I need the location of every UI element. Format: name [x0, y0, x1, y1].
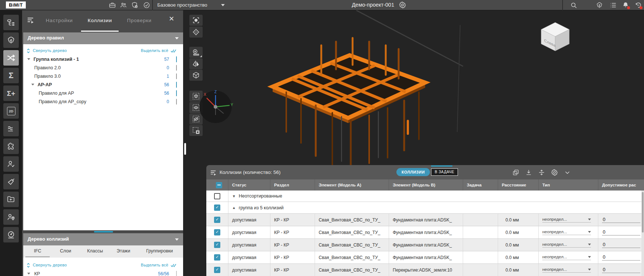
puzzle-icon[interactable]: [3, 139, 19, 154]
clear-selection-icon[interactable]: [189, 125, 203, 136]
history-icon[interactable]: 10: [634, 1, 642, 9]
collapse-tree-link[interactable]: Свернуть дерево: [33, 263, 67, 267]
type-dropdown[interactable]: неопредел...: [542, 217, 591, 223]
hierarchy-icon[interactable]: [3, 15, 19, 30]
rule-node[interactable]: Правило 3.0 1: [23, 72, 183, 81]
group-row-unsorted[interactable]: ▼Неотсортированные: [206, 191, 644, 202]
measure-icon[interactable]: [189, 47, 203, 58]
settings-gear-icon[interactable]: [551, 169, 558, 176]
sheet-2d-icon[interactable]: 2D: [3, 103, 19, 119]
table-scrollbar[interactable]: [641, 191, 644, 276]
caret-down-icon[interactable]: [31, 84, 34, 85]
row-checkbox[interactable]: [214, 242, 220, 248]
close-icon[interactable]: ✕: [169, 15, 174, 22]
table-row[interactable]: допустимая КР - КР Свая_Винтовая_СВС_по_…: [206, 264, 644, 276]
select-all-link[interactable]: Выделить всё: [141, 48, 168, 53]
tab-groupings[interactable]: Группировки: [140, 248, 179, 254]
rule-node[interactable]: Правило для АР 56: [23, 89, 183, 98]
navigation-cube[interactable]: Слева Сзади: [538, 18, 573, 53]
search-icon[interactable]: [570, 1, 577, 9]
tab-ifc[interactable]: IFC: [27, 248, 48, 254]
team-icon[interactable]: [120, 1, 127, 9]
list-icon[interactable]: [609, 1, 617, 9]
collapse-tree-link[interactable]: Свернуть дерево: [33, 48, 67, 53]
tab-layers[interactable]: Слои: [56, 248, 76, 254]
type-dropdown[interactable]: неопредел...: [542, 267, 591, 273]
collisions-button[interactable]: КОЛЛИЗИИ: [396, 168, 430, 176]
table-menu-icon[interactable]: [210, 170, 217, 176]
group-checkbox[interactable]: [214, 205, 220, 211]
table-row[interactable]: допустимая КР - КР Свая_Винтовая_СВС_по_…: [206, 214, 644, 226]
collapse-tree-icon[interactable]: [27, 263, 30, 268]
in-task-button[interactable]: В ЗАДАЧЕ: [431, 168, 458, 176]
tree-icon[interactable]: [3, 32, 19, 48]
briefcase-icon[interactable]: [109, 1, 116, 9]
collapse-section-icon[interactable]: [175, 238, 179, 241]
workspace-selector[interactable]: Базовое пространство: [157, 2, 207, 8]
col-task[interactable]: Задача: [463, 179, 498, 191]
group-expanded-icon[interactable]: ▲: [232, 206, 236, 210]
copy-icon[interactable]: [512, 169, 519, 176]
node-checkbox[interactable]: [176, 99, 177, 105]
collapse-tree-icon[interactable]: [27, 48, 30, 53]
fit-rows-icon[interactable]: [538, 169, 545, 176]
type-dropdown[interactable]: неопредел...: [542, 242, 591, 248]
tab-collisions[interactable]: Коллизии: [82, 18, 118, 23]
node-checkbox[interactable]: [176, 82, 177, 88]
col-section[interactable]: Раздел: [270, 179, 315, 191]
row-checkbox[interactable]: [214, 267, 220, 273]
shuffle-icon[interactable]: [3, 50, 19, 66]
bimit-logo[interactable]: BiMiT: [6, 1, 26, 8]
person-pin-icon[interactable]: [3, 209, 19, 225]
col-element-a[interactable]: Элемент (Модель А): [315, 179, 389, 191]
node-checkbox[interactable]: [176, 271, 177, 276]
sigma-icon[interactable]: Σ: [3, 68, 19, 83]
col-status[interactable]: Статус: [228, 179, 270, 191]
axis-gizmo[interactable]: X Y Z: [198, 89, 233, 125]
table-row[interactable]: допустимая КР - КР Свая_Винтовая_СВС_по_…: [206, 226, 644, 239]
allowed-distance-input[interactable]: 0: [602, 229, 640, 235]
node-checkbox[interactable]: [176, 73, 177, 79]
sigma-plus-icon[interactable]: Σ+: [3, 85, 19, 101]
select-all-link[interactable]: Выделить всё: [141, 263, 168, 267]
rules-tree-header[interactable]: Дерево правил: [23, 32, 183, 44]
group-collapsed-icon[interactable]: ▼: [232, 194, 236, 198]
target-icon[interactable]: [189, 27, 203, 38]
tab-floors[interactable]: Этажи: [113, 248, 134, 254]
rule-node[interactable]: Правило для АР_copy 0: [23, 98, 183, 106]
row-checkbox[interactable]: [214, 254, 220, 261]
shield-clock-icon[interactable]: [131, 1, 139, 9]
tab-settings[interactable]: Настройки: [42, 18, 76, 23]
double-check-icon[interactable]: [171, 263, 178, 268]
focus-icon[interactable]: [189, 15, 203, 26]
chevron-down-icon[interactable]: [221, 4, 225, 6]
allowed-distance-input[interactable]: 0: [602, 267, 640, 273]
col-element-b[interactable]: Элемент (Модель В): [389, 179, 463, 191]
node-checkbox[interactable]: [176, 90, 177, 96]
table-row[interactable]: допустимая КР - КР Свая_Винтовая_СВС_по_…: [206, 251, 644, 264]
box-section-icon[interactable]: [189, 70, 203, 81]
type-dropdown[interactable]: неопредел...: [542, 255, 591, 260]
node-checkbox[interactable]: [176, 65, 177, 71]
bell-icon[interactable]: [622, 1, 629, 9]
tab-classes[interactable]: Классы: [83, 248, 107, 254]
export-icon[interactable]: [525, 169, 532, 176]
tab-checks[interactable]: Проверки: [122, 18, 156, 23]
waves-icon[interactable]: [3, 121, 19, 136]
col-distance[interactable]: Расстояние: [498, 179, 539, 191]
trowel-icon[interactable]: [3, 174, 19, 189]
ifc-root-node[interactable]: КР 56/56: [23, 270, 183, 276]
model-tree-icon[interactable]: [596, 1, 603, 9]
collisions-tree-header[interactable]: Дерево коллизий: [23, 233, 183, 245]
allowed-distance-input[interactable]: 0: [602, 217, 640, 223]
group-checkbox[interactable]: [214, 193, 220, 199]
rule-node[interactable]: Правило 2.0 0: [23, 64, 183, 72]
type-dropdown[interactable]: неопредел...: [542, 230, 591, 235]
panel-resize-handle[interactable]: [94, 231, 113, 233]
row-checkbox[interactable]: [214, 217, 220, 223]
double-check-icon[interactable]: [171, 49, 178, 53]
select-all-checkbox[interactable]: [216, 182, 222, 188]
flip-section-icon[interactable]: [189, 58, 203, 69]
person-check-icon[interactable]: [3, 156, 19, 172]
panel-menu-icon[interactable]: [27, 17, 35, 24]
